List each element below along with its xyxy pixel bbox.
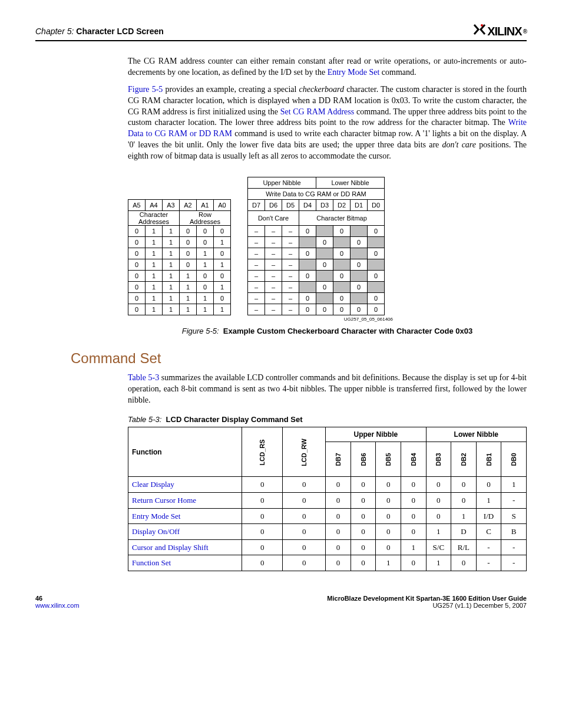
table-caption: Table 5-3: LCD Character Display Command… — [128, 414, 527, 425]
page-number: 46 — [35, 595, 80, 602]
link-entry-mode-set[interactable]: Entry Mode Set — [328, 68, 380, 77]
paragraph-2: Figure 5-5 provides an example, creating… — [128, 84, 527, 162]
footer-doc-id: UG257 (v1.1) December 5, 2007 — [327, 602, 527, 609]
cmd-link[interactable]: Function Set — [132, 558, 171, 567]
cmd-link[interactable]: Display On/Off — [132, 527, 180, 536]
logo-icon — [473, 24, 486, 39]
cmd-link[interactable]: Entry Mode Set — [132, 512, 180, 521]
figure-id: UG257_05_05_061406 — [128, 317, 393, 322]
table-5-3-block: Table 5-3: LCD Character Display Command… — [128, 414, 527, 571]
figure-5-5: Upper NibbleLower NibbleWrite Data to CG… — [128, 177, 527, 335]
page-header: Chapter 5: Character LCD Screen XILINX® — [35, 24, 527, 41]
link-figure-5-5[interactable]: Figure 5-5 — [128, 85, 163, 94]
chapter-header: Chapter 5: Character LCD Screen — [35, 27, 164, 36]
footer-left: 46 www.xilinx.com — [35, 595, 80, 609]
cmd-link[interactable]: Clear Display — [132, 480, 174, 489]
footer-doc-title: MicroBlaze Development Kit Spartan-3E 16… — [327, 595, 527, 602]
footer-right: MicroBlaze Development Kit Spartan-3E 16… — [327, 595, 527, 609]
figure-caption: Figure 5-5: Example Custom Checkerboard … — [128, 327, 527, 335]
xilinx-logo: XILINX® — [473, 24, 527, 39]
command-table: FunctionLCD_RSLCD_RWUpper NibbleLower Ni… — [128, 427, 527, 571]
figure-table: Upper NibbleLower NibbleWrite Data to CG… — [128, 177, 385, 315]
cmd-link[interactable]: Cursor and Display Shift — [132, 543, 209, 552]
page-footer: 46 www.xilinx.com MicroBlaze Development… — [35, 595, 527, 609]
section-heading: Command Set — [71, 350, 527, 367]
logo-reg: ® — [523, 28, 527, 35]
paragraph-1: The CG RAM address counter can either re… — [128, 56, 527, 78]
logo-text: XILINX — [487, 25, 521, 38]
link-table-5-3[interactable]: Table 5-3 — [128, 373, 159, 382]
cmd-link[interactable]: Return Cursor Home — [132, 496, 196, 505]
paragraph-3: Table 5-3 summarizes the available LCD c… — [128, 373, 527, 406]
footer-url[interactable]: www.xilinx.com — [35, 602, 80, 609]
link-set-cg-ram[interactable]: Set CG RAM Address — [280, 107, 355, 116]
svg-point-0 — [481, 24, 483, 27]
chapter-title: Character LCD Screen — [76, 27, 164, 36]
chapter-prefix: Chapter 5: — [35, 27, 74, 36]
